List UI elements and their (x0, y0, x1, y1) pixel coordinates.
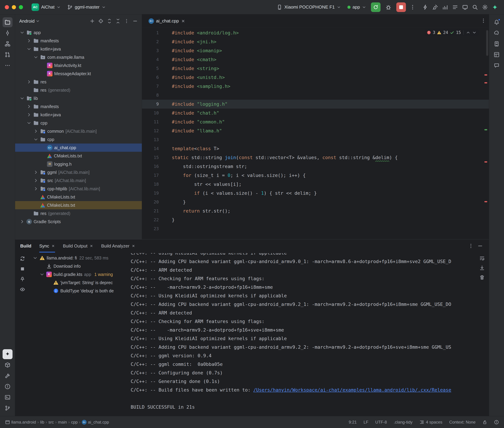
chevron-right-icon[interactable] (19, 219, 25, 224)
line-number[interactable]: 12 (142, 126, 166, 135)
breadcrumb-item-main[interactable]: main (58, 420, 67, 425)
scroll-end-icon[interactable] (479, 265, 485, 271)
build-tab-sync[interactable]: Sync (39, 239, 55, 252)
code-line-19[interactable]: 19 if (i < values.size() - 1) { str << d… (142, 189, 489, 198)
tree-item-manifests[interactable]: manifests (15, 37, 142, 45)
chevron-down-icon[interactable] (39, 272, 45, 277)
line-number[interactable]: 19 (142, 189, 166, 198)
line-number[interactable]: 23 (142, 224, 166, 233)
chevron-down-icon[interactable] (33, 255, 38, 261)
pull-requests-stripe-button[interactable] (3, 50, 13, 60)
soft-wrap-icon[interactable] (479, 255, 485, 261)
maximize-window-button[interactable] (19, 5, 23, 9)
code-text[interactable]: #include <sampling.h> (166, 82, 489, 91)
tree-item-cpp[interactable]: cpp (15, 135, 142, 144)
close-window-button[interactable] (5, 5, 9, 9)
code-text[interactable]: if (i < values.size() - 1) { str << deli… (166, 189, 489, 198)
change-stripe-mark[interactable] (485, 129, 487, 130)
line-number[interactable]: 9 (142, 100, 166, 109)
chevron-down-icon[interactable] (36, 19, 40, 23)
tree-item-kotlin-java[interactable]: kotlin+java (15, 45, 142, 53)
code-text[interactable]: #include <cmath> (166, 55, 489, 64)
line-number[interactable]: 20 (142, 198, 166, 206)
line-number[interactable]: 7 (142, 82, 166, 91)
code-line-7[interactable]: 7#include <sampling.h> (142, 82, 489, 91)
chevron-right-icon[interactable] (33, 129, 38, 134)
code-text[interactable]: static std::string join(const std::vecto… (166, 153, 489, 162)
line-number[interactable]: 10 (142, 109, 166, 117)
line-number[interactable]: 13 (142, 135, 166, 144)
code-line-13[interactable]: 13 (142, 135, 489, 144)
code-text[interactable]: #include <unistd.h> (166, 73, 489, 82)
tree-item-messageadapter-kt[interactable]: KMessageAdapter.kt (15, 70, 142, 78)
gradle-stripe-stripe-button[interactable] (492, 28, 502, 38)
run-config-selector[interactable]: app (345, 3, 368, 11)
inspections-status-icon[interactable] (494, 420, 499, 425)
breadcrumb-item-ai-chat-cpp[interactable]: ai_chat.cpp (88, 420, 109, 425)
refresh-icon[interactable] (20, 256, 25, 261)
eye-icon[interactable] (20, 287, 25, 292)
packages-stripe-button[interactable] (3, 360, 13, 370)
clang-tidy[interactable]: .clang-tidy (394, 420, 412, 425)
code-text[interactable] (166, 91, 489, 100)
code-text[interactable]: #include <string> (166, 64, 489, 73)
structure-stripe-button[interactable] (3, 39, 13, 49)
more-vertical-button[interactable] (123, 17, 130, 25)
minimize-tool-window-button[interactable] (478, 243, 483, 249)
line-number[interactable]: 1 (142, 28, 166, 37)
sync-tree-item-build-gradle-kts[interactable]: Kbuild.gradle.ktsapp1 warning (30, 270, 126, 279)
code-line-10[interactable]: 10#include "chat.h" (142, 109, 489, 117)
tree-item-ai-chat-cpp[interactable]: C+ai_chat.cpp (15, 144, 142, 152)
line-number[interactable]: 21 (142, 206, 166, 215)
code-text[interactable] (166, 224, 489, 233)
code-line-3[interactable]: 3#include <iomanip> (142, 46, 489, 55)
stop-icon[interactable] (20, 266, 25, 272)
stop-button[interactable] (396, 2, 406, 12)
code-line-23[interactable]: 23 (142, 224, 489, 233)
code-text[interactable]: } (166, 215, 489, 224)
chevron-right-icon[interactable] (26, 79, 32, 84)
sync-tree-item-buildtype-debug-is-both-de[interactable]: BuildType 'debug' is both de (30, 287, 126, 295)
error-stripe-mark[interactable] (485, 161, 487, 163)
code-text[interactable]: #include "logging.h" (166, 100, 489, 109)
line-separator[interactable]: LF (364, 420, 368, 425)
code-text[interactable]: #include <jni.h> (166, 37, 489, 46)
profiler-button[interactable] (441, 3, 449, 11)
code-line-16[interactable]: 16 std::ostringstream str; (142, 162, 489, 171)
breadcrumb-item-llama-android[interactable]: llama.android (11, 420, 36, 425)
tree-item-cmakelists-txt[interactable]: CMakeLists.txt (15, 152, 142, 160)
project-folder-stripe-button[interactable] (3, 17, 13, 27)
code-line-20[interactable]: 20 } (142, 198, 489, 206)
rerun-button[interactable] (371, 2, 381, 12)
line-number[interactable]: 3 (142, 46, 166, 55)
search-button[interactable] (471, 3, 479, 11)
previous-problem-button[interactable] (466, 30, 470, 35)
chevron-down-icon[interactable] (19, 96, 25, 101)
ai-assistant-stripe-button[interactable] (3, 349, 13, 359)
notifications-stripe-button[interactable] (492, 17, 502, 27)
build-tab-build-analyzer[interactable]: Build Analyzer (101, 239, 135, 252)
settings-button[interactable] (481, 3, 489, 11)
code-text[interactable]: } (166, 198, 489, 206)
line-number[interactable]: 18 (142, 180, 166, 189)
build-tab-build-output[interactable]: Build Output (63, 239, 93, 252)
tree-item-gradle-scripts[interactable]: GGradle Scripts (15, 217, 142, 226)
chevron-right-icon[interactable] (33, 178, 38, 183)
breadcrumb-item-cpp[interactable]: cpp (71, 420, 78, 425)
device-manager-button[interactable] (461, 3, 469, 11)
chevron-right-icon[interactable] (26, 104, 32, 109)
code-line-6[interactable]: 6#include <unistd.h> (142, 73, 489, 82)
attach-debugger-button[interactable] (431, 3, 440, 11)
assistant-stripe-button[interactable] (492, 60, 502, 70)
version-control-stripe-button[interactable] (3, 403, 13, 413)
editor-scrollbar[interactable] (486, 30, 488, 56)
chevron-down-icon[interactable] (26, 46, 32, 51)
code-text[interactable]: template<class T> (166, 144, 489, 153)
console-file-link[interactable]: /Users/hanyin/Workspace/ai-chat/examples… (253, 387, 451, 393)
device-explorer-stripe-button[interactable] (492, 39, 502, 49)
code-text[interactable]: #include "llama.h" (166, 126, 489, 135)
line-number[interactable]: 17 (142, 171, 166, 180)
line-number[interactable]: 6 (142, 73, 166, 82)
tree-item-res[interactable]: res(generated) (15, 86, 142, 94)
code-line-12[interactable]: 12#include "llama.h" (142, 126, 489, 135)
